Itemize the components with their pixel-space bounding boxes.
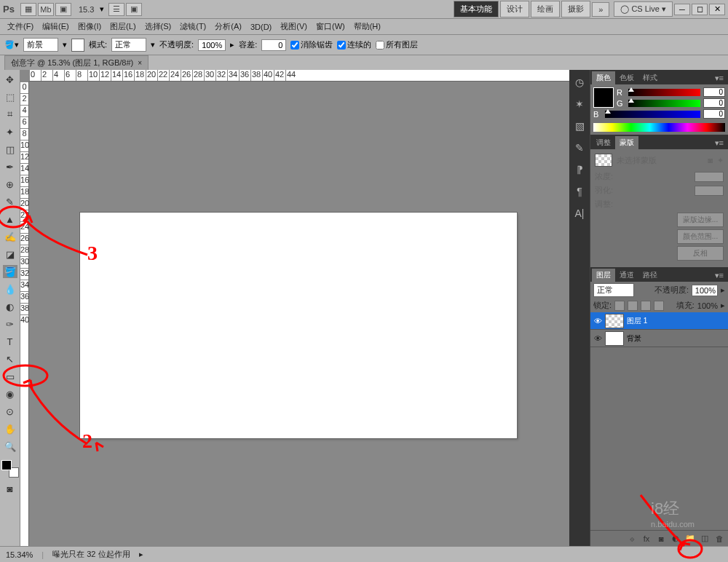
workspace-basic[interactable]: 基本功能 xyxy=(454,1,499,17)
layer-blend-mode[interactable]: 正常 xyxy=(593,283,634,297)
tab-mask[interactable]: 蒙版 xyxy=(615,136,638,149)
history-icon[interactable]: ◷ xyxy=(573,76,586,89)
layers-panel-menu-icon[interactable]: ▾≡ xyxy=(712,269,727,282)
trash-icon[interactable]: 🗑 xyxy=(713,534,725,544)
workspace-more[interactable]: » xyxy=(592,2,609,17)
tolerance-value[interactable]: 0 xyxy=(261,39,286,51)
current-color[interactable] xyxy=(593,87,614,108)
pattern-swatch[interactable] xyxy=(71,39,84,52)
layer-row-1[interactable]: 👁 图层 1 xyxy=(590,312,728,330)
pen-tool[interactable]: ✑ xyxy=(3,317,17,331)
menu-filter[interactable]: 滤镜(T) xyxy=(175,20,210,33)
color-range-button[interactable]: 颜色范围... xyxy=(677,229,724,244)
tool-btn-3[interactable]: ▣ xyxy=(55,3,71,16)
layer-thumbnail[interactable] xyxy=(605,314,624,328)
nav-icon[interactable]: ✶ xyxy=(573,98,586,111)
new-layer-icon[interactable]: ◫ xyxy=(699,534,711,544)
vector-mask-icon[interactable]: ✦ xyxy=(717,156,724,165)
lock-pos-icon[interactable] xyxy=(641,301,651,311)
cslive-button[interactable]: ◯ CS Live ▾ xyxy=(614,1,673,17)
menu-image[interactable]: 图像(I) xyxy=(74,20,106,33)
tab-styles[interactable]: 样式 xyxy=(638,71,662,84)
fill-arrow-icon[interactable]: ▸ xyxy=(721,301,725,310)
menu-3d[interactable]: 3D(D) xyxy=(246,21,276,33)
window-minimize[interactable]: ─ xyxy=(674,4,690,15)
color-swatches[interactable] xyxy=(1,460,19,478)
r-value[interactable]: 0 xyxy=(703,87,725,97)
3dcam-tool[interactable]: ⊙ xyxy=(3,405,17,418)
ruler-vertical[interactable]: 0246810121416182022242628303234363840 xyxy=(20,82,29,546)
para-icon[interactable]: ¶ xyxy=(573,185,586,198)
quickmask-tool[interactable]: ◙ xyxy=(3,482,17,495)
b-slider[interactable] xyxy=(605,111,700,118)
lock-pixel-icon[interactable] xyxy=(628,301,638,311)
window-close[interactable]: ✕ xyxy=(709,4,725,15)
blur-tool[interactable]: 💧 xyxy=(3,282,17,296)
mask-icon[interactable]: ◙ xyxy=(655,534,667,544)
mask-edge-button[interactable]: 蒙版边缘... xyxy=(677,213,724,227)
layer-row-bg[interactable]: 👁 背景 xyxy=(590,330,728,347)
marquee-tool[interactable]: ⬚ xyxy=(3,90,17,103)
crop-tool[interactable]: ◫ xyxy=(3,143,17,156)
move-tool[interactable]: ✥ xyxy=(3,73,17,86)
panel-menu-icon[interactable]: ▾≡ xyxy=(712,72,727,84)
heal-tool[interactable]: ⊕ xyxy=(3,178,17,191)
g-slider[interactable] xyxy=(628,100,700,107)
tool-btn-2[interactable]: Mb xyxy=(38,3,54,16)
group-icon[interactable]: 📁 xyxy=(684,534,696,544)
ruler-horizontal[interactable]: 0246810121416182022242628303234363840424… xyxy=(29,70,569,82)
menu-file[interactable]: 文件(F) xyxy=(3,20,38,33)
layer-opacity[interactable]: 100% xyxy=(692,285,718,296)
blend-mode[interactable]: 正常 xyxy=(111,38,146,52)
tab-channels[interactable]: 通道 xyxy=(615,269,638,282)
invert-button[interactable]: 反相 xyxy=(677,246,724,261)
document-tab[interactable]: 创意字 @ 15.3% (图层 1, RGB/8#) × xyxy=(4,55,149,71)
stamp-tool[interactable]: ▲ xyxy=(3,213,17,226)
status-zoom[interactable]: 15.34% xyxy=(6,550,33,559)
r-slider[interactable] xyxy=(628,89,700,96)
menu-analysis[interactable]: 分析(A) xyxy=(210,20,246,33)
alllayers-check[interactable]: 所有图层 xyxy=(376,39,418,50)
opacity-dropdown-icon[interactable]: ▸ xyxy=(230,40,234,50)
tab-swatches[interactable]: 色板 xyxy=(615,71,638,84)
mask-panel-menu-icon[interactable]: ▾≡ xyxy=(712,137,727,149)
tool-btn-4[interactable]: ☰ xyxy=(108,3,124,16)
tab-color[interactable]: 颜色 xyxy=(592,71,615,84)
lock-trans-icon[interactable] xyxy=(614,301,625,311)
workspace-photo[interactable]: 摄影 xyxy=(561,1,590,17)
font-icon[interactable]: A| xyxy=(573,207,586,220)
window-maximize[interactable]: ◻ xyxy=(692,4,708,15)
tab-layers[interactable]: 图层 xyxy=(592,269,615,282)
menu-window[interactable]: 窗口(W) xyxy=(312,20,349,33)
link-icon[interactable]: ⟐ xyxy=(626,534,638,544)
char-icon[interactable]: ⁋ xyxy=(573,163,586,176)
bucket-tool[interactable]: 🪣 xyxy=(3,265,17,278)
layer-fill[interactable]: 100% xyxy=(697,301,718,310)
workspace-design[interactable]: 设计 xyxy=(500,1,529,17)
antialias-check[interactable]: 消除锯齿 xyxy=(290,39,333,50)
wand-tool[interactable]: ✦ xyxy=(3,125,17,138)
visibility-icon[interactable]: 👁 xyxy=(590,317,605,325)
fill-target[interactable]: 前景 xyxy=(23,38,58,52)
path-tool[interactable]: ↖ xyxy=(3,352,17,365)
foreground-color[interactable] xyxy=(1,460,12,470)
spectrum-bar[interactable] xyxy=(593,123,725,132)
canvas-viewport[interactable] xyxy=(29,82,569,546)
status-arrow-icon[interactable]: ▸ xyxy=(139,550,143,559)
dodge-tool[interactable]: ◐ xyxy=(3,300,17,313)
lasso-tool[interactable]: ⌗ xyxy=(3,108,17,121)
menu-edit[interactable]: 编辑(E) xyxy=(38,20,74,33)
info-icon[interactable]: ▧ xyxy=(573,119,586,132)
tool-btn-1[interactable]: ▦ xyxy=(20,3,36,16)
menu-help[interactable]: 帮助(H) xyxy=(349,20,385,33)
menu-view[interactable]: 视图(V) xyxy=(276,20,312,33)
pixel-mask-icon[interactable]: ◙ xyxy=(708,156,713,165)
mode-dropdown-icon[interactable]: ▾ xyxy=(151,40,155,50)
menu-layer[interactable]: 图层(L) xyxy=(106,20,140,33)
brush-icon[interactable]: ✎ xyxy=(573,141,586,154)
lock-all-icon[interactable] xyxy=(654,301,664,311)
history-tool[interactable]: ✍ xyxy=(3,230,17,243)
tool-btn-5[interactable]: ▣ xyxy=(126,3,142,16)
opacity-arrow-icon[interactable]: ▸ xyxy=(721,285,725,295)
zoom-tool[interactable]: 🔍 xyxy=(3,440,17,453)
